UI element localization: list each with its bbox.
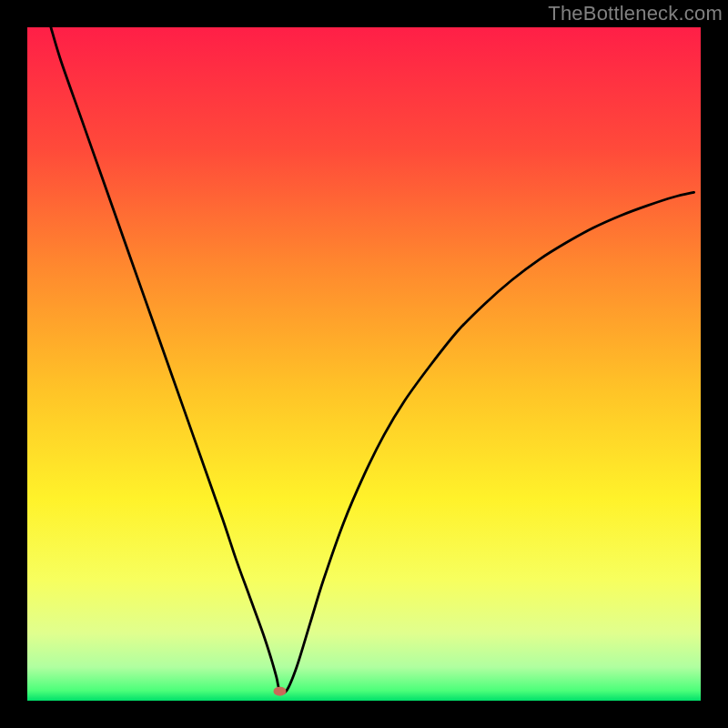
chart-stage: TheBottleneck.com xyxy=(0,0,728,728)
watermark-text: TheBottleneck.com xyxy=(548,2,723,25)
chart-svg xyxy=(0,0,728,728)
plot-background xyxy=(27,27,701,701)
optimal-point-marker xyxy=(274,687,287,696)
